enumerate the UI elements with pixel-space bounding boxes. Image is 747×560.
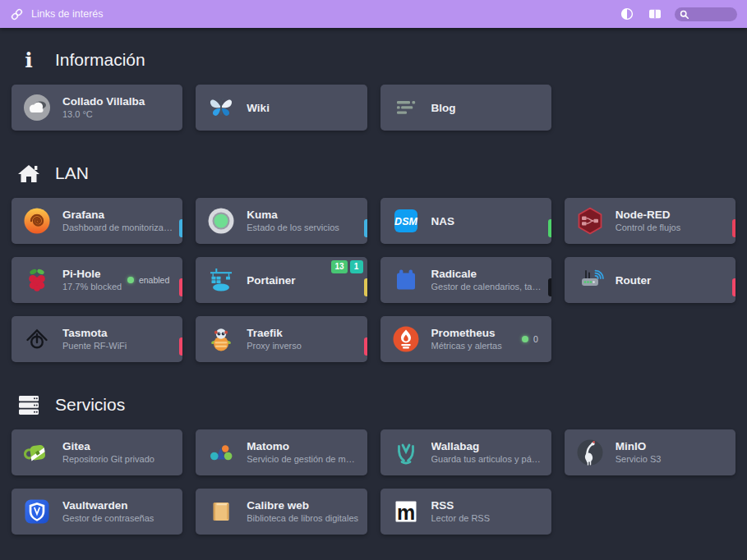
status-strip <box>364 278 367 296</box>
card-title: Portainer <box>247 274 358 287</box>
card-tasmota[interactable]: Tasmota Puente RF-WiFi <box>12 316 182 362</box>
card-subtitle: Control de flujos <box>616 223 727 233</box>
status-strip <box>179 278 182 296</box>
svg-text:DSM: DSM <box>394 216 417 227</box>
card-subtitle: Gestor de calendarios, tareas y contacto… <box>431 282 543 292</box>
card-title: Vaultwarden <box>62 499 174 512</box>
status-dot <box>127 277 134 283</box>
minio-logo-icon <box>574 437 606 468</box>
theme-toggle-icon <box>620 7 634 21</box>
card-vaultwarden[interactable]: Vaultwarden Gestor de contraseñas <box>12 489 182 535</box>
search-icon <box>680 10 689 19</box>
radicale-calendar-icon <box>390 264 422 296</box>
card-collado-villalba[interactable]: Collado Villalba 13.0 °C <box>12 85 182 131</box>
card-title: Collado Villalba <box>62 95 174 108</box>
card-subtitle: Estado de los servicios <box>247 223 358 233</box>
card-subtitle: Gestor de contraseñas <box>62 513 174 524</box>
card-portainer[interactable]: Portainer 131 <box>196 257 367 303</box>
card-title: Blog <box>431 102 543 114</box>
card-traefik[interactable]: Traefik Proxy inverso <box>196 316 367 362</box>
service-group-servicios: Servicios Gitea Repositorio Git privado … <box>12 392 735 535</box>
card-title: Wiki <box>247 102 358 114</box>
portainer-logo-icon <box>205 264 237 296</box>
layout-toggle-button[interactable] <box>647 7 663 21</box>
card-title: Pi-Hole <box>62 268 122 280</box>
card-title: MinIO <box>616 440 727 452</box>
miniflux-logo-icon: m <box>390 496 422 527</box>
card-subtitle: Métricas y alertas <box>431 341 517 351</box>
card-subtitle: Lector de RSS <box>431 513 543 524</box>
wikijs-butterfly-icon <box>205 92 237 123</box>
card-kuma[interactable]: Kuma Estado de los servicios <box>196 198 367 244</box>
card-gitea[interactable]: Gitea Repositorio Git privado <box>12 429 182 475</box>
card-node-red[interactable]: Node-RED Control de flujos <box>565 198 735 244</box>
navbar-title: Links de interés <box>31 8 104 20</box>
card-title: Calibre web <box>247 499 358 512</box>
pihole-raspberry-icon <box>21 264 53 296</box>
card-matomo[interactable]: Matomo Servicio de gestión de métricas <box>196 429 367 475</box>
card-title: Prometheus <box>431 327 517 339</box>
grafana-logo-icon <box>21 205 53 236</box>
card-title: Tasmota <box>62 327 174 339</box>
card-title: Grafana <box>62 209 174 221</box>
card-pi-hole[interactable]: Pi-Hole 17.7% blocked enabled <box>12 257 182 303</box>
synology-dsm-logo-icon: DSM <box>390 205 422 236</box>
search-input[interactable] <box>692 8 728 20</box>
badge-group: 131 <box>331 260 362 273</box>
weather-icon <box>21 92 53 123</box>
gitea-logo-icon <box>21 437 53 468</box>
card-calibre-web[interactable]: Calibre web Biblioteca de libros digital… <box>196 489 367 535</box>
card-wallabag[interactable]: Wallabag Guarda tus articulos y páginas … <box>380 429 551 475</box>
card-subtitle: Servicio S3 <box>616 454 727 465</box>
group-title: Información <box>55 48 145 72</box>
card-nas[interactable]: DSM NAS <box>380 198 551 244</box>
card-radicale[interactable]: Radicale Gestor de calendarios, tareas y… <box>380 257 551 303</box>
card-title: Kuma <box>247 209 358 221</box>
service-group-lan: LAN Grafana Dashboard de monitorización … <box>12 161 735 362</box>
card-title: Node-RED <box>616 209 727 221</box>
card-subtitle: Guarda tus articulos y páginas web <box>431 454 543 465</box>
status-label: enabled <box>139 275 169 285</box>
status-strip <box>179 337 182 356</box>
group-header: Servicios <box>12 392 735 417</box>
card-rss[interactable]: m RSS Lector de RSS <box>380 489 551 535</box>
card-minio[interactable]: MinIO Servicio S3 <box>565 429 735 475</box>
status-dot <box>522 336 528 342</box>
service-group-informaci-n: i Información Collado Villalba 13.0 °C W… <box>12 48 735 131</box>
status-indicator: enabled <box>127 275 174 285</box>
card-grid: Collado Villalba 13.0 °C Wiki Blog <box>12 85 735 131</box>
card-title: RSS <box>431 499 543 512</box>
navbar-title-link[interactable]: Links de interés <box>10 7 104 21</box>
card-prometheus[interactable]: Prometheus Métricas y alertas 0 <box>380 316 551 362</box>
card-title: Radicale <box>431 268 543 280</box>
node-red-logo-icon <box>574 205 606 236</box>
card-title: Gitea <box>62 440 174 452</box>
card-wiki[interactable]: Wiki <box>196 85 367 131</box>
card-blog[interactable]: Blog <box>380 85 551 131</box>
card-grid: Gitea Repositorio Git privado Matomo Ser… <box>12 429 735 535</box>
card-subtitle: Puente RF-WiFi <box>62 341 174 351</box>
card-grafana[interactable]: Grafana Dashboard de monitorización <box>12 198 182 244</box>
tasmota-logo-icon <box>21 324 53 355</box>
prometheus-logo-icon <box>390 324 422 355</box>
badge: 13 <box>331 260 347 273</box>
info-icon: i <box>16 48 41 71</box>
home-icon <box>16 163 41 184</box>
navbar: Links de interés <box>0 0 747 28</box>
status-strip <box>732 278 735 296</box>
link-icon <box>10 7 24 21</box>
columns-icon <box>648 8 662 20</box>
group-title: LAN <box>55 161 89 186</box>
blog-lines-icon <box>390 92 422 123</box>
card-subtitle: Proxy inverso <box>247 341 358 351</box>
card-title: Wallabag <box>431 440 543 452</box>
dashboard: i Información Collado Villalba 13.0 °C W… <box>0 48 747 543</box>
search-box[interactable] <box>675 7 737 21</box>
card-router[interactable]: Router <box>565 257 735 303</box>
card-subtitle: 13.0 °C <box>62 109 174 120</box>
uptime-kuma-logo-icon <box>205 205 237 236</box>
wallabag-logo-icon <box>390 437 422 468</box>
card-title: NAS <box>431 215 543 227</box>
status-strip <box>548 278 551 296</box>
theme-toggle-button[interactable] <box>619 6 635 22</box>
